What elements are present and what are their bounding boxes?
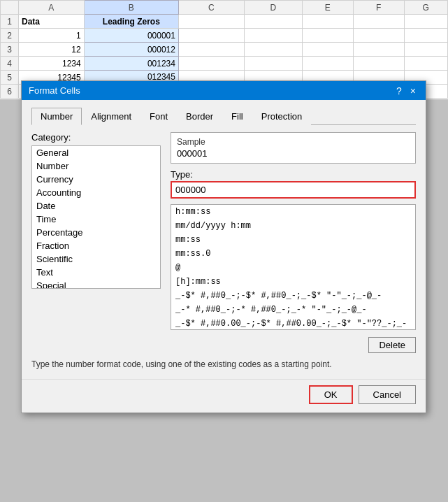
col-header-e: E bbox=[302, 1, 353, 15]
hint-text: Type the number format code, using one o… bbox=[31, 359, 416, 371]
table-row[interactable] bbox=[244, 57, 302, 71]
delete-button[interactable]: Delete bbox=[368, 337, 416, 353]
row-header: 1 bbox=[1, 15, 19, 29]
cancel-button[interactable]: Cancel bbox=[359, 385, 416, 404]
format-code-item[interactable]: mm:ss bbox=[171, 233, 415, 247]
table-row[interactable] bbox=[178, 15, 244, 29]
table-row[interactable] bbox=[353, 43, 404, 57]
category-item[interactable]: Date bbox=[32, 199, 160, 213]
format-code-item[interactable]: _-* #,##0_-;-* #,##0_-;_-* "-"_-;_-@_- bbox=[171, 303, 415, 317]
table-row[interactable]: 1234 bbox=[19, 57, 85, 71]
row-header: 6 bbox=[1, 85, 19, 99]
help-button[interactable]: ? bbox=[393, 86, 405, 96]
sample-label: Sample bbox=[177, 137, 410, 147]
type-section: Type: bbox=[171, 169, 416, 199]
table-row[interactable]: 001234 bbox=[84, 57, 178, 71]
dialog-footer: OK Cancel bbox=[22, 379, 426, 413]
format-code-item[interactable]: mm:ss.0 bbox=[171, 247, 415, 261]
table-row[interactable] bbox=[353, 15, 404, 29]
table-row[interactable] bbox=[302, 29, 353, 43]
close-button[interactable]: × bbox=[407, 86, 419, 96]
right-section: Sample 000001 Type: h:mm:ssmm/dd/yyyy h:… bbox=[171, 132, 416, 353]
category-item[interactable]: Number bbox=[32, 159, 160, 173]
table-row[interactable] bbox=[404, 15, 447, 29]
category-section: Category: GeneralNumberCurrencyAccountin… bbox=[31, 132, 161, 353]
tab-border[interactable]: Border bbox=[177, 108, 222, 125]
dialog-title: Format Cells bbox=[29, 85, 80, 96]
category-item[interactable]: Percentage bbox=[32, 226, 160, 239]
col-header-g: G bbox=[404, 1, 447, 15]
table-row[interactable] bbox=[178, 43, 244, 57]
category-item[interactable]: Special bbox=[32, 279, 160, 289]
table-row[interactable] bbox=[404, 57, 447, 71]
col-header-d: D bbox=[244, 1, 302, 15]
category-item[interactable]: Text bbox=[32, 266, 160, 279]
corner-header bbox=[1, 1, 19, 15]
tab-protection[interactable]: Protection bbox=[252, 108, 312, 125]
ok-button[interactable]: OK bbox=[309, 385, 353, 404]
tab-font[interactable]: Font bbox=[140, 108, 177, 125]
table-row[interactable] bbox=[302, 57, 353, 71]
col-header-c: C bbox=[178, 1, 244, 15]
category-item[interactable]: General bbox=[32, 146, 160, 159]
table-row[interactable] bbox=[302, 15, 353, 29]
table-row[interactable] bbox=[353, 57, 404, 71]
format-codes-list[interactable]: h:mm:ssmm/dd/yyyy h:mmmm:ssmm:ss.0@[h]:m… bbox=[171, 204, 416, 330]
category-item[interactable]: Scientific bbox=[32, 252, 160, 266]
col-header-b: B bbox=[84, 1, 178, 15]
table-row[interactable] bbox=[178, 57, 244, 71]
format-code-item[interactable]: mm/dd/yyyy h:mm bbox=[171, 219, 415, 233]
table-row[interactable] bbox=[404, 43, 447, 57]
table-row[interactable] bbox=[244, 29, 302, 43]
format-code-item[interactable]: _-$* #,##0.00_-;-$* #,##0.00_-;_-$* "-"?… bbox=[171, 317, 415, 330]
format-cells-dialog: Format Cells ? × NumberAlignmentFontBord… bbox=[21, 80, 426, 413]
table-row[interactable] bbox=[244, 43, 302, 57]
col-header-f: F bbox=[353, 1, 404, 15]
row-header: 5 bbox=[1, 71, 19, 85]
table-row[interactable]: Leading Zeros bbox=[84, 15, 178, 29]
format-code-item[interactable]: [h]:mm:ss bbox=[171, 275, 415, 289]
row-header: 3 bbox=[1, 43, 19, 57]
table-row[interactable]: 1 bbox=[19, 29, 85, 43]
format-code-item[interactable]: h:mm:ss bbox=[171, 205, 415, 219]
dialog-body: NumberAlignmentFontBorderFillProtection … bbox=[22, 100, 426, 379]
category-listbox[interactable]: GeneralNumberCurrencyAccountingDateTimeP… bbox=[31, 145, 161, 289]
table-row[interactable]: 000012 bbox=[84, 43, 178, 57]
format-code-item[interactable]: @ bbox=[171, 261, 415, 275]
tab-number[interactable]: Number bbox=[31, 108, 82, 125]
category-item[interactable]: Accounting bbox=[32, 186, 160, 199]
delete-btn-row: Delete bbox=[171, 337, 416, 353]
tab-alignment[interactable]: Alignment bbox=[82, 108, 140, 125]
category-item[interactable]: Fraction bbox=[32, 239, 160, 252]
col-header-a: A bbox=[19, 1, 85, 15]
tab-bar: NumberAlignmentFontBorderFillProtection bbox=[31, 107, 416, 125]
row-header: 2 bbox=[1, 29, 19, 43]
format-code-item[interactable]: _-$* #,##0_-;-$* #,##0_-;_-$* "-"_-;_-@_… bbox=[171, 289, 415, 303]
row-header: 4 bbox=[1, 57, 19, 71]
tab-fill[interactable]: Fill bbox=[222, 108, 252, 125]
table-row[interactable] bbox=[244, 15, 302, 29]
sample-value: 000001 bbox=[177, 148, 410, 159]
table-row[interactable]: 000001 bbox=[84, 29, 178, 43]
table-row[interactable]: 12 bbox=[19, 43, 85, 57]
format-content: Category: GeneralNumberCurrencyAccountin… bbox=[31, 132, 416, 353]
table-row[interactable]: Data bbox=[19, 15, 85, 29]
category-label: Category: bbox=[31, 132, 161, 143]
dialog-titlebar: Format Cells ? × bbox=[22, 81, 426, 100]
category-item[interactable]: Time bbox=[32, 213, 160, 226]
category-item[interactable]: Currency bbox=[32, 173, 160, 186]
table-row[interactable] bbox=[178, 29, 244, 43]
type-input[interactable] bbox=[171, 181, 416, 199]
type-label: Type: bbox=[171, 169, 416, 180]
dialog-controls: ? × bbox=[393, 86, 419, 96]
sample-section: Sample 000001 bbox=[171, 132, 416, 164]
table-row[interactable] bbox=[404, 29, 447, 43]
table-row[interactable] bbox=[302, 43, 353, 57]
table-row[interactable] bbox=[353, 29, 404, 43]
